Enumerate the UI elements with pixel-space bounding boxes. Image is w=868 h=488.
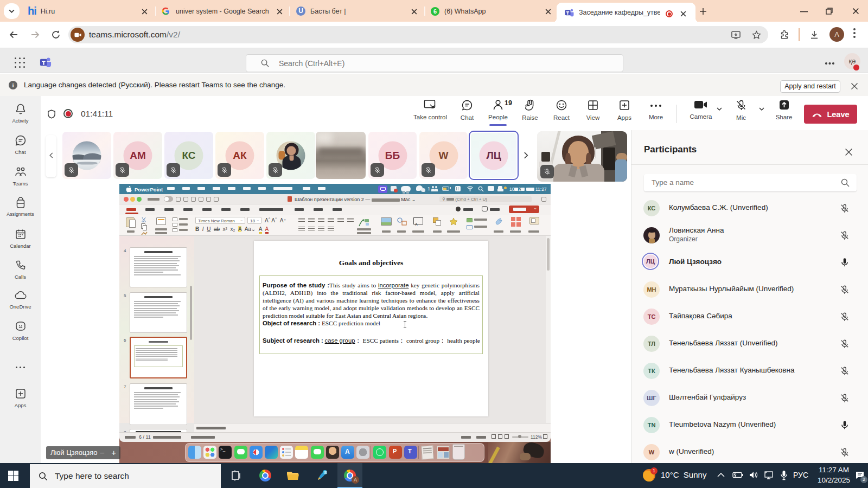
svg-text:S: S	[324, 470, 327, 475]
